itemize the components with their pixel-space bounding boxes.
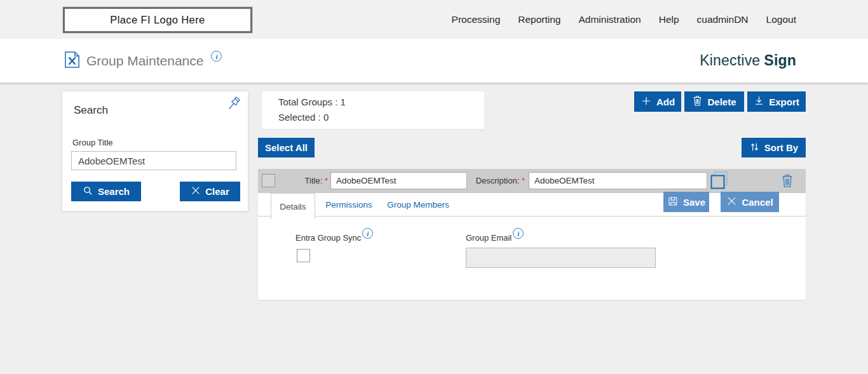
group-email-info-icon[interactable]: i [513,228,524,239]
page-info-icon[interactable]: i [211,51,222,62]
copy-icon[interactable] [710,171,729,192]
clear-x-icon [191,185,201,197]
trash-icon [692,95,703,109]
page-header: Group Maintenance i KinectiveSign [0,39,868,83]
required-marker: * [325,176,328,185]
nav-processing[interactable]: Processing [452,14,501,25]
group-title-label: Group Title [72,138,113,147]
cancel-button[interactable]: Cancel [721,192,779,212]
search-panel: Search Group Title Search Clear [62,91,248,211]
search-button[interactable]: Search [71,182,141,201]
brand-logo: KinectiveSign [700,39,796,83]
nav-reporting[interactable]: Reporting [518,14,560,25]
tab-details[interactable]: Details [271,193,315,219]
select-all-button[interactable]: Select All [258,138,315,157]
total-groups-count: Total Groups : 1 [278,97,346,107]
entra-group-sync-label: Entra Group Synci [295,232,373,243]
group-email-input [466,248,656,268]
download-icon [754,95,764,108]
group-maintenance-icon [64,51,80,71]
brand-name: Kinective [700,52,760,69]
group-row: Title: * Description: * [258,169,806,193]
required-marker: * [522,176,525,185]
fi-logo-placeholder: Place FI Logo Here [63,7,252,33]
page-title: Group Maintenance [86,53,203,69]
entra-group-sync-checkbox[interactable] [297,249,310,262]
selected-count: Selected : 0 [278,112,329,123]
top-bar: Place FI Logo Here Processing Reporting … [0,0,868,39]
floppy-save-icon [667,196,679,209]
description-input[interactable] [529,172,707,189]
tab-permissions[interactable]: Permissions [327,193,371,217]
top-nav: Processing Reporting Administration Help… [452,0,796,39]
nav-logout[interactable]: Logout [766,14,796,25]
delete-button[interactable]: Delete [684,91,744,112]
title-label: Title: * [288,176,328,185]
group-detail-panel: Details Permissions Group Members Save C… [258,193,806,300]
nav-user-cuadmindn[interactable]: cuadminDN [697,14,749,25]
clear-button[interactable]: Clear [180,182,240,201]
entra-info-icon[interactable]: i [362,228,373,239]
group-email-label: Group Emaili [466,232,524,243]
sort-arrows-icon [749,142,760,154]
row-trash-icon[interactable] [780,173,794,191]
group-title-search-input[interactable] [71,151,236,170]
search-icon [83,185,93,198]
tab-strip: Details Permissions Group Members Save C… [258,193,806,217]
description-label: Description: * [468,176,525,185]
pin-icon[interactable] [225,96,241,112]
brand-product: Sign [764,52,796,69]
add-button[interactable]: Add [634,91,681,112]
summary-box: Total Groups : 1 Selected : 0 [262,91,484,129]
export-button[interactable]: Export [747,91,806,112]
search-panel-title: Search [74,104,108,117]
row-checkbox[interactable] [262,174,275,187]
sort-by-button[interactable]: Sort By [742,138,806,157]
save-button[interactable]: Save [663,192,709,212]
cancel-x-icon [726,196,737,208]
fi-logo-text: Place FI Logo Here [110,14,205,26]
title-input[interactable] [330,172,467,189]
plus-icon [641,95,652,109]
nav-administration[interactable]: Administration [578,14,641,25]
tab-group-members[interactable]: Group Members [386,193,450,217]
nav-help[interactable]: Help [659,14,679,25]
